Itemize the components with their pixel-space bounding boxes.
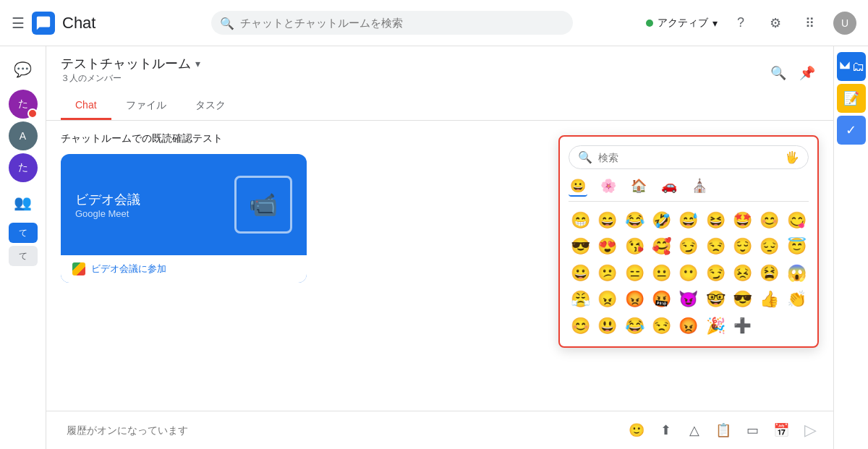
sidebar-tag-1[interactable]: て bbox=[9, 223, 38, 243]
chat-room-title[interactable]: テストチャットルーム ▾ bbox=[61, 55, 200, 72]
emoji-skin-tone-icon[interactable]: 🖐 bbox=[785, 150, 799, 164]
emoji-item[interactable]: 😑 bbox=[623, 262, 647, 285]
emoji-item[interactable]: 😆 bbox=[704, 209, 728, 232]
chat-header-icons: 🔍 📌 bbox=[767, 61, 819, 85]
emoji-cat-smileys[interactable]: 😀 bbox=[569, 176, 587, 197]
emoji-item[interactable]: 😒 bbox=[650, 315, 673, 338]
emoji-item[interactable]: 😡 bbox=[676, 315, 700, 338]
emoji-item[interactable]: 😌 bbox=[731, 235, 754, 258]
sidebar-people-icon[interactable]: 👥 bbox=[6, 185, 41, 220]
emoji-cat-objects[interactable]: 🏠 bbox=[629, 176, 648, 197]
emoji-grid: 😁 😄 😂 🤣 😅 😆 🤩 😊 😋 😎 😍 😘 🥰 😏 😒 😌 bbox=[569, 209, 809, 338]
emoji-item[interactable]: 😁 bbox=[569, 209, 592, 232]
emoji-item[interactable]: 😶 bbox=[676, 262, 700, 285]
header-pin-icon[interactable]: 📌 bbox=[796, 61, 819, 85]
search-icon: 🔍 bbox=[220, 16, 234, 30]
left-sidebar: 💬 た A た 👥 て て bbox=[0, 46, 46, 449]
emoji-item[interactable]: 😘 bbox=[623, 235, 647, 258]
right-check-icon[interactable]: ✓ bbox=[837, 116, 866, 145]
emoji-item[interactable]: 😱 bbox=[785, 262, 809, 285]
tab-tasks[interactable]: タスク bbox=[181, 93, 240, 120]
sidebar-tag-2[interactable]: て bbox=[9, 246, 38, 266]
topbar: ☰ Chat 🔍 アクティブ ▾ ? ⚙ ⠿ U bbox=[0, 0, 868, 46]
emoji-item[interactable]: 😊 bbox=[757, 209, 781, 232]
sidebar-avatar-1[interactable]: た bbox=[9, 90, 38, 119]
emoji-item[interactable]: 🎉 bbox=[704, 315, 728, 338]
topbar-left: ☰ Chat bbox=[12, 12, 171, 35]
emoji-item[interactable]: 😀 bbox=[569, 262, 592, 285]
status-text: アクティブ bbox=[658, 17, 708, 30]
video-icon-container: 📹 bbox=[234, 176, 292, 234]
emoji-item[interactable]: 😅 bbox=[676, 209, 700, 232]
emoji-item[interactable]: 😂 bbox=[623, 209, 647, 232]
emoji-item[interactable]: 😋 bbox=[785, 209, 809, 232]
emoji-item[interactable]: 😒 bbox=[704, 235, 728, 258]
emoji-cat-nature[interactable]: 🌸 bbox=[599, 176, 618, 197]
header-search-icon[interactable]: 🔍 bbox=[767, 61, 790, 85]
emoji-item[interactable]: 😏 bbox=[676, 235, 700, 258]
emoji-item[interactable]: 😎 bbox=[569, 235, 592, 258]
emoji-button[interactable]: 🙂 bbox=[625, 419, 648, 442]
emoji-item[interactable]: 😇 bbox=[785, 235, 809, 258]
right-note-icon[interactable]: 📝 bbox=[837, 84, 866, 113]
upload-icon[interactable]: ⬆ bbox=[654, 419, 677, 442]
emoji-item[interactable]: 😎 bbox=[731, 288, 754, 311]
video-title: ビデオ会議 bbox=[75, 191, 140, 208]
emoji-item[interactable]: 🤓 bbox=[704, 288, 728, 311]
video-call-icon[interactable]: ▭ bbox=[741, 419, 764, 442]
status-indicator[interactable]: アクティブ ▾ bbox=[646, 17, 718, 30]
hamburger-icon[interactable]: ☰ bbox=[12, 14, 25, 32]
emoji-item[interactable]: 😍 bbox=[595, 235, 619, 258]
emoji-item[interactable]: 🤩 bbox=[731, 209, 754, 232]
emoji-item[interactable]: 🤣 bbox=[650, 209, 673, 232]
emoji-item[interactable]: 😃 bbox=[595, 315, 619, 338]
help-icon[interactable]: ? bbox=[729, 12, 752, 35]
emoji-cat-symbols[interactable]: ⛪ bbox=[690, 176, 709, 197]
emoji-item[interactable]: 😡 bbox=[623, 288, 647, 311]
emoji-item[interactable]: 👍 bbox=[757, 288, 781, 311]
emoji-cat-travel[interactable]: 🚗 bbox=[660, 176, 678, 197]
sidebar-avatar-3[interactable]: た bbox=[9, 153, 38, 182]
sidebar-avatar-2[interactable]: A bbox=[9, 121, 38, 150]
search-input[interactable] bbox=[211, 11, 573, 35]
emoji-item[interactable]: 😔 bbox=[757, 235, 781, 258]
emoji-item[interactable]: 😠 bbox=[595, 288, 619, 311]
chat-area: テストチャットルーム ▾ ３人のメンバー 🔍 📌 Chat ファイル タスク チ… bbox=[46, 46, 833, 449]
emoji-item[interactable]: 😊 bbox=[569, 315, 592, 338]
app-title: Chat bbox=[62, 14, 95, 33]
chevron-down-icon: ▾ bbox=[712, 17, 718, 29]
video-camera-icon: 📹 bbox=[249, 191, 278, 218]
video-card-footer[interactable]: ビデオ会議に参加 bbox=[61, 255, 307, 283]
emoji-item[interactable]: 😣 bbox=[731, 262, 754, 285]
chat-messages: チャットルームでの既読確認テスト ビデオ会議 Google Meet 📹 ビデオ… bbox=[46, 121, 833, 411]
alert-icon[interactable]: △ bbox=[683, 419, 706, 442]
emoji-item[interactable]: 😂 bbox=[623, 315, 647, 338]
emoji-item[interactable]: 😕 bbox=[595, 262, 619, 285]
emoji-popup: 🔍 🖐 😀 🌸 🏠 🚗 ⛪ 😁 😄 😂 🤣 😅 bbox=[558, 135, 819, 348]
emoji-add-icon[interactable]: ➕ bbox=[731, 315, 754, 338]
emoji-item[interactable]: 🥰 bbox=[650, 235, 673, 258]
emoji-search-input[interactable] bbox=[598, 152, 779, 163]
tab-chat[interactable]: Chat bbox=[61, 93, 111, 120]
right-chat-icon[interactable]: 🗂 bbox=[837, 52, 866, 81]
settings-icon[interactable]: ⚙ bbox=[764, 12, 787, 35]
send-button[interactable]: ▷ bbox=[799, 419, 822, 442]
user-avatar[interactable]: U bbox=[833, 12, 856, 35]
chat-input[interactable] bbox=[58, 419, 619, 442]
sidebar-chat-icon[interactable]: 💬 bbox=[6, 52, 41, 87]
tab-files[interactable]: ファイル bbox=[111, 93, 181, 120]
status-dot bbox=[646, 20, 653, 27]
emoji-item[interactable]: 😫 bbox=[757, 262, 781, 285]
emoji-item[interactable]: 😈 bbox=[676, 288, 700, 311]
emoji-item[interactable]: 🤬 bbox=[650, 288, 673, 311]
emoji-item[interactable]: 😏 bbox=[704, 262, 728, 285]
emoji-item[interactable]: 👏 bbox=[785, 288, 809, 311]
tasks-icon[interactable]: 📋 bbox=[712, 419, 735, 442]
notification-badge bbox=[27, 108, 38, 119]
apps-icon[interactable]: ⠿ bbox=[799, 12, 822, 35]
calendar-icon[interactable]: 📅 bbox=[770, 419, 793, 442]
video-card[interactable]: ビデオ会議 Google Meet 📹 ビデオ会議に参加 bbox=[61, 154, 307, 283]
emoji-item[interactable]: 😤 bbox=[569, 288, 592, 311]
emoji-item[interactable]: 😄 bbox=[595, 209, 619, 232]
emoji-item[interactable]: 😐 bbox=[650, 262, 673, 285]
